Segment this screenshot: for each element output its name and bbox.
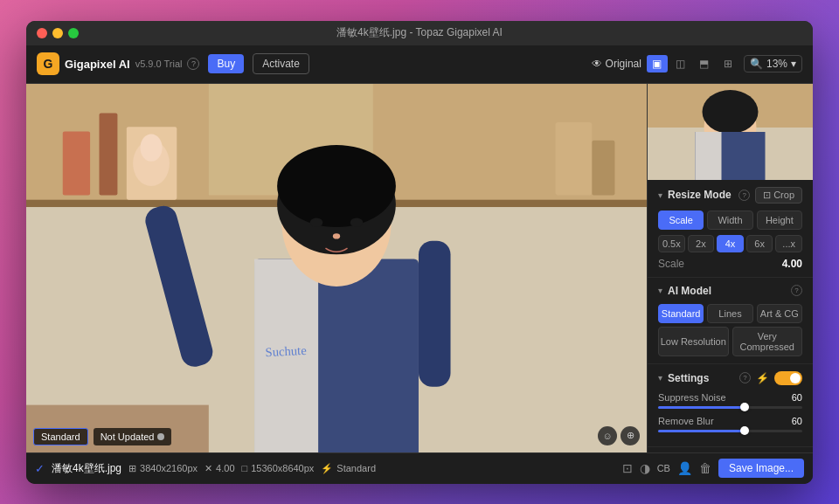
toolbar: G Gigapixel AI v5.9.0 Trial ? Buy Activa… (26, 45, 813, 84)
scale-2x[interactable]: 2x (688, 235, 715, 252)
crop-button[interactable]: ⊡ Crop (755, 187, 802, 204)
ai-chevron-icon: ▾ (658, 286, 662, 295)
settings-help-icon[interactable]: ? (739, 372, 751, 383)
settings-toggle[interactable] (774, 371, 802, 385)
resolution-value: 3840x2160px (140, 463, 198, 473)
search-icon: 🔍 (750, 58, 763, 70)
contrast-icon[interactable]: ◑ (640, 461, 650, 475)
remove-blur-label-row: Remove Blur 60 (658, 416, 802, 426)
resize-mode-help-icon[interactable]: ? (738, 190, 750, 201)
resize-chevron-icon: ▾ (658, 190, 662, 200)
user-icon[interactable]: 👤 (677, 461, 692, 475)
face-icons: ☺ ⊕ (598, 426, 640, 445)
crop-label: Crop (773, 190, 794, 200)
app-version: v5.9.0 Trial (135, 59, 183, 69)
scale-0.5x[interactable]: 0.5x (658, 235, 685, 252)
scale-6x[interactable]: 6x (746, 235, 773, 252)
tab-height[interactable]: Height (757, 211, 802, 230)
ai-model-header: ▾ AI Model ? (658, 285, 802, 297)
suppress-noise-track[interactable] (658, 406, 802, 409)
window-controls (37, 28, 79, 38)
buy-button[interactable]: Buy (208, 54, 244, 73)
status-dot-icon (157, 433, 164, 440)
model-art-cg[interactable]: Art & CG (757, 304, 802, 323)
output-value: 15360x8640px (251, 463, 314, 473)
view-split-h-icon[interactable]: ⬒ (694, 55, 715, 72)
scale-value: 4.00 (782, 258, 802, 270)
crop-icon: ⊡ (763, 190, 771, 201)
svg-point-10 (141, 134, 163, 161)
close-button[interactable] (37, 28, 47, 38)
check-icon: ✓ (35, 462, 45, 475)
view-icons: ▣ ◫ ⬒ ⊞ (647, 55, 738, 72)
bottom-bar: ✓ 潘敏4k壁纸.jpg ⊞ 3840x2160px ✕ 4.00 □ 1536… (26, 452, 813, 484)
suppress-noise-thumb[interactable] (740, 403, 749, 411)
color-icon[interactable]: ⊡ (622, 461, 633, 475)
scale-stat-value: 4.00 (216, 463, 234, 473)
delete-icon[interactable]: 🗑 (699, 461, 711, 475)
suppress-noise-fill (658, 406, 745, 409)
not-updated-label: Not Updated (101, 432, 155, 442)
filename-label: 潘敏4k壁纸.jpg (52, 461, 121, 476)
lightning-icon: ⚡ (756, 372, 769, 384)
scale-custom[interactable]: ...x (775, 235, 802, 252)
logo-area: G Gigapixel AI v5.9.0 Trial ? (37, 52, 199, 75)
svg-point-20 (277, 145, 396, 227)
remove-blur-thumb[interactable] (740, 426, 749, 435)
model-stat-value: Standard (336, 463, 376, 473)
svg-rect-31 (696, 132, 722, 180)
settings-title: Settings (668, 372, 734, 384)
ai-model-help-icon[interactable]: ? (791, 285, 802, 296)
right-panel: ▾ Resize Mode ? ⊡ Crop Scale Width Heigh… (647, 84, 813, 452)
remove-blur-track[interactable] (658, 430, 802, 432)
model-lightning-icon: ⚡ (321, 463, 333, 474)
app-logo-icon: G (37, 52, 59, 75)
face-icon-right[interactable]: ⊕ (621, 426, 640, 445)
resolution-stat: ⊞ 3840x2160px (128, 463, 198, 474)
model-lines[interactable]: Lines (707, 304, 752, 323)
original-toggle[interactable]: 👁 Original (592, 58, 641, 70)
view-single-icon[interactable]: ▣ (647, 55, 668, 72)
cb-label: CB (657, 463, 670, 473)
thumb-svg (648, 84, 813, 180)
resize-mode-header: ▾ Resize Mode ? ⊡ Crop (658, 187, 802, 204)
model-very-compressed[interactable]: Very Compressed (732, 327, 803, 356)
maximize-button[interactable] (68, 28, 79, 38)
chevron-down-icon: ▾ (791, 58, 796, 70)
scale-label: Scale (658, 258, 684, 270)
remove-blur-value: 60 (792, 416, 802, 426)
resize-mode-section: ▾ Resize Mode ? ⊡ Crop Scale Width Heigh… (648, 180, 813, 278)
view-grid-icon[interactable]: ⊞ (718, 55, 738, 72)
svg-point-22 (350, 217, 364, 226)
canvas-image: Suchute (26, 84, 647, 452)
svg-rect-6 (556, 121, 593, 195)
svg-point-21 (310, 217, 323, 226)
suppress-noise-label: Suppress Noise (658, 392, 726, 403)
save-button[interactable]: Save Image... (718, 459, 804, 478)
model-low-res[interactable]: Low Resolution (658, 327, 729, 356)
tab-scale[interactable]: Scale (658, 211, 704, 230)
help-icon[interactable]: ? (187, 58, 199, 70)
model-stat: ⚡ Standard (321, 463, 376, 474)
scale-4x[interactable]: 4x (717, 235, 744, 252)
remove-blur-label: Remove Blur (658, 416, 714, 426)
title-bar: 潘敏4k壁纸.jpg - Topaz Gigapixel AI (26, 21, 813, 45)
tab-width[interactable]: Width (707, 211, 752, 230)
canvas-area[interactable]: Suchute Standard Not Updated ☺ ⊕ (26, 84, 647, 452)
suppress-noise-value: 60 (792, 392, 802, 403)
model-standard[interactable]: Standard (658, 304, 704, 323)
svg-rect-17 (419, 240, 451, 386)
scale-buttons: 0.5x 2x 4x 6x ...x (658, 235, 802, 252)
face-icon-left[interactable]: ☺ (598, 426, 617, 445)
scale-x-icon: ✕ (205, 463, 212, 474)
activate-button[interactable]: Activate (253, 53, 309, 74)
zoom-control[interactable]: 🔍 13% ▾ (744, 55, 802, 72)
scale-value-row: Scale 4.00 (658, 258, 802, 270)
resolution-icon: ⊞ (128, 463, 136, 474)
main-content: Suchute Standard Not Updated ☺ ⊕ (26, 84, 813, 452)
image-status-overlay: Standard Not Updated (33, 428, 171, 445)
view-split-v-icon[interactable]: ◫ (670, 55, 691, 72)
svg-rect-7 (592, 140, 614, 195)
minimize-button[interactable] (52, 28, 63, 38)
preview-thumbnail (648, 84, 813, 180)
